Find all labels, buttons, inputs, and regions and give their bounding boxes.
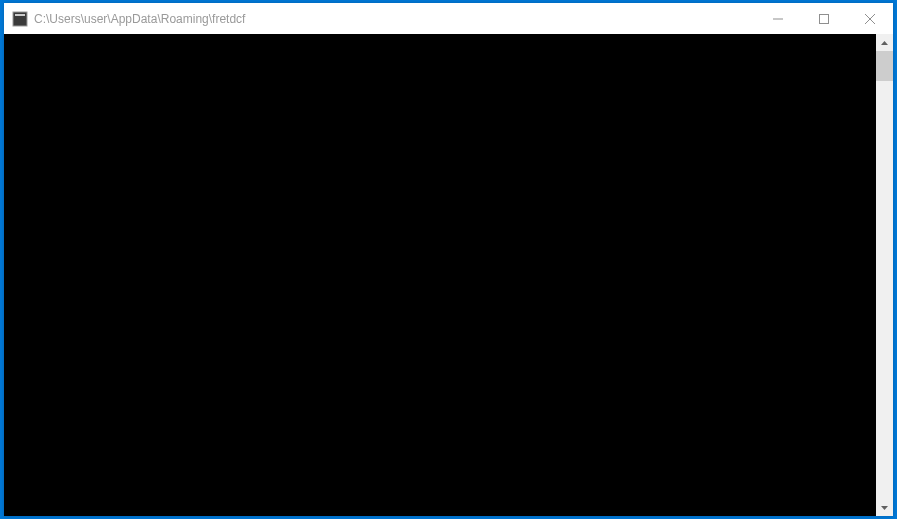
application-window: C:\Users\user\AppData\Roaming\fretdcf [4,3,893,516]
scroll-up-button[interactable] [876,34,893,51]
console-output[interactable] [4,34,876,516]
close-button[interactable] [847,3,893,34]
minimize-button[interactable] [755,3,801,34]
window-controls [755,3,893,34]
svg-rect-1 [15,14,25,16]
svg-marker-7 [881,506,888,510]
titlebar[interactable]: C:\Users\user\AppData\Roaming\fretdcf [4,3,893,34]
svg-rect-3 [820,14,829,23]
chevron-down-icon [881,506,888,510]
chevron-up-icon [881,41,888,45]
maximize-icon [819,14,829,24]
scroll-thumb[interactable] [876,51,893,81]
svg-marker-6 [881,41,888,45]
scroll-track[interactable] [876,51,893,499]
app-icon [12,11,28,27]
window-title: C:\Users\user\AppData\Roaming\fretdcf [34,12,755,26]
maximize-button[interactable] [801,3,847,34]
vertical-scrollbar[interactable] [876,34,893,516]
scroll-down-button[interactable] [876,499,893,516]
close-icon [865,14,875,24]
minimize-icon [773,14,783,24]
client-area [4,34,893,516]
